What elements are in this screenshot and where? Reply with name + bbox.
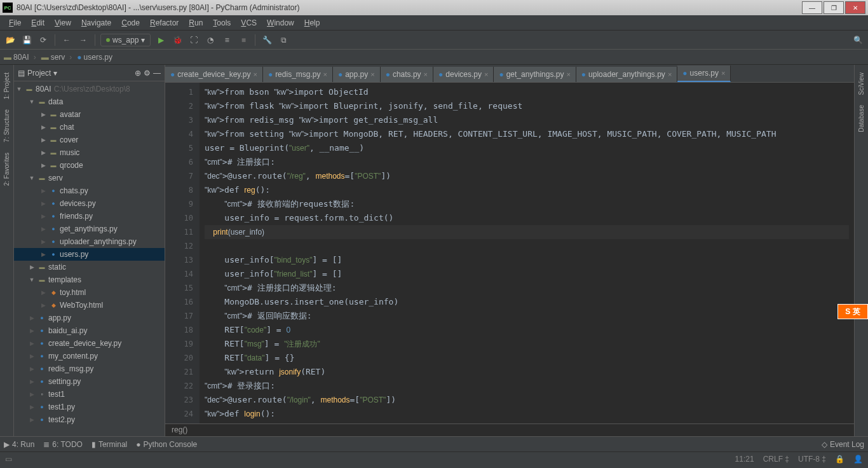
expand-icon[interactable] xyxy=(28,340,36,347)
tree-row[interactable]: ▬cover xyxy=(14,134,165,146)
editor-tab[interactable]: ●app.py× xyxy=(333,67,381,82)
expand-icon[interactable] xyxy=(39,226,47,232)
tree-row[interactable]: ●users.py xyxy=(14,248,165,261)
scroll-from-source-icon[interactable]: ⊕ xyxy=(135,69,141,78)
run-tab[interactable]: ▶ 4: Run xyxy=(4,440,34,449)
tree-row[interactable]: ●create_device_key.py xyxy=(14,337,165,350)
close-tab-icon[interactable]: × xyxy=(323,71,327,78)
expand-icon[interactable] xyxy=(39,302,47,308)
close-tab-icon[interactable]: × xyxy=(484,71,488,78)
tree-root[interactable]: ▬ 80AI C:\Users\zd\Desktop\8 xyxy=(14,83,165,95)
editor-tab[interactable]: ●redis_msg.py× xyxy=(263,67,333,82)
save-icon[interactable]: 💾 xyxy=(20,34,33,46)
tree-row[interactable]: ●devices.py xyxy=(14,197,165,210)
tree-row[interactable]: ▬avatar xyxy=(14,108,165,121)
tree-row[interactable]: ▬music xyxy=(14,146,165,159)
rail-tab[interactable]: 7: Structure xyxy=(2,104,11,148)
tree-row[interactable]: ●setting.py xyxy=(14,375,165,388)
rail-tab[interactable]: SciView xyxy=(857,67,866,100)
line-ending[interactable]: CRLF ‡ xyxy=(763,455,789,464)
expand-icon[interactable] xyxy=(39,137,47,143)
tree-row[interactable]: ●uploader_anythings.py xyxy=(14,235,165,248)
inspection-icon[interactable]: 👤 xyxy=(853,455,863,464)
gear-icon[interactable]: ⚙ xyxy=(144,69,151,78)
code-editor[interactable]: 123456789101112131415161718192021222324 … xyxy=(165,83,854,423)
expand-icon[interactable] xyxy=(39,289,47,296)
editor-tab[interactable]: ●uploader_anythings.py× xyxy=(576,67,677,82)
concurrency-icon[interactable]: ≡ xyxy=(220,34,233,46)
project-panel-title[interactable]: Project xyxy=(27,69,51,78)
tree-row[interactable]: ▬templates xyxy=(14,273,165,286)
expand-icon[interactable] xyxy=(39,251,47,258)
tree-row[interactable]: ▫test1 xyxy=(14,388,165,401)
rail-tab[interactable]: 2: Favorites xyxy=(2,148,11,191)
expand-icon[interactable] xyxy=(39,149,47,156)
settings-icon[interactable]: 🔧 xyxy=(261,34,273,46)
lock-icon[interactable]: 🔒 xyxy=(835,455,844,464)
menu-navigate[interactable]: Navigate xyxy=(76,17,116,29)
expand-icon[interactable] xyxy=(39,124,47,130)
expand-icon[interactable] xyxy=(28,264,36,270)
close-button[interactable]: ✕ xyxy=(845,1,865,14)
expand-icon[interactable] xyxy=(15,86,23,92)
close-tab-icon[interactable]: × xyxy=(370,71,374,78)
debug-icon[interactable]: 🐞 xyxy=(171,34,184,46)
profile-icon[interactable]: ◔ xyxy=(204,34,217,46)
stop-icon[interactable]: ■ xyxy=(237,34,250,46)
tree-row[interactable]: ▬serv xyxy=(14,172,165,184)
editor-tab[interactable]: ●devices.py× xyxy=(433,67,494,82)
editor-tab[interactable]: ●get_anythings.py× xyxy=(494,67,576,82)
menu-tools[interactable]: Tools xyxy=(208,17,236,29)
code-breadcrumb[interactable]: reg() xyxy=(165,423,854,436)
collapse-icon[interactable]: — xyxy=(153,69,161,78)
maximize-button[interactable]: ❐ xyxy=(824,1,844,14)
expand-icon[interactable] xyxy=(28,404,36,410)
tree-row[interactable]: ▬qrcode xyxy=(14,159,165,172)
encoding[interactable]: UTF-8 ‡ xyxy=(798,455,826,464)
tree-row[interactable]: ●baidu_ai.py xyxy=(14,324,165,337)
terminal-tab[interactable]: ▮ Terminal xyxy=(92,440,127,449)
expand-icon[interactable] xyxy=(28,315,36,321)
coverage-icon[interactable]: ⛶ xyxy=(187,34,200,46)
menu-file[interactable]: File xyxy=(4,17,26,29)
breadcrumb-item[interactable]: ▬ 80AI xyxy=(4,53,39,62)
event-log-tab[interactable]: ◇ Event Log xyxy=(822,440,864,449)
ime-badge[interactable]: S 英 xyxy=(837,304,868,319)
tree-row[interactable]: ◆WebToy.html xyxy=(14,299,165,312)
expand-icon[interactable] xyxy=(28,277,36,283)
tree-row[interactable]: ●get_anythings.py xyxy=(14,223,165,235)
menu-run[interactable]: Run xyxy=(184,17,208,29)
menu-view[interactable]: View xyxy=(50,17,76,29)
project-tree[interactable]: ▬ 80AI C:\Users\zd\Desktop\8 ▬data▬avata… xyxy=(14,81,165,436)
editor-tab[interactable]: ●create_device_key.py× xyxy=(165,67,263,82)
run-config-selector[interactable]: ws_app ▾ xyxy=(100,34,151,46)
editor-tab[interactable]: ●users.py× xyxy=(677,65,731,82)
expand-icon[interactable] xyxy=(28,175,36,181)
expand-icon[interactable] xyxy=(28,366,36,372)
close-tab-icon[interactable]: × xyxy=(668,71,672,78)
forward-icon[interactable]: → xyxy=(77,34,90,46)
menu-help[interactable]: Help xyxy=(299,17,325,29)
back-icon[interactable]: ← xyxy=(60,34,73,46)
tree-row[interactable]: ●chats.py xyxy=(14,184,165,197)
expand-icon[interactable] xyxy=(39,111,47,118)
expand-icon[interactable] xyxy=(28,99,36,105)
structure-icon[interactable]: ⧉ xyxy=(277,34,290,46)
expand-icon[interactable] xyxy=(28,327,36,334)
run-icon[interactable]: ▶ xyxy=(154,34,167,46)
code-content[interactable]: "kw">from bson "kw">import ObjectId "kw"… xyxy=(200,83,854,423)
expand-icon[interactable] xyxy=(39,188,47,194)
expand-icon[interactable] xyxy=(39,162,47,169)
todo-tab[interactable]: ≣ 6: TODO xyxy=(43,440,83,449)
expand-icon[interactable] xyxy=(39,238,47,245)
tree-row[interactable]: ●redis_msg.py xyxy=(14,362,165,375)
menu-vcs[interactable]: VCS xyxy=(236,17,262,29)
tree-row[interactable]: ▬static xyxy=(14,261,165,273)
expand-icon[interactable] xyxy=(39,200,47,207)
tree-row[interactable]: ●test1.py xyxy=(14,401,165,413)
tree-row[interactable]: ●test2.py xyxy=(14,413,165,426)
menu-refactor[interactable]: Refactor xyxy=(145,17,184,29)
expand-icon[interactable] xyxy=(28,391,36,397)
close-tab-icon[interactable]: × xyxy=(721,69,725,77)
python-console-tab[interactable]: ● Python Console xyxy=(136,440,197,449)
